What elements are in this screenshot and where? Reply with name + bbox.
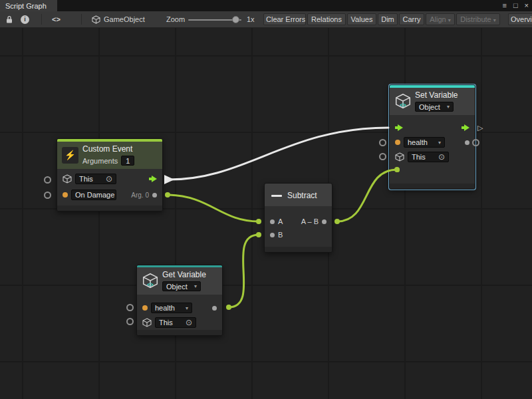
arguments-label: Arguments — [82, 157, 118, 165]
overview-button[interactable]: Overview — [508, 13, 532, 25]
wire-value-subtract-to-setvar[interactable] — [337, 170, 397, 221]
port-indicator[interactable] — [44, 192, 51, 199]
chevron-down-icon: ▾ — [448, 17, 451, 23]
port-indicator[interactable] — [379, 139, 386, 146]
arg0-out-port[interactable] — [152, 193, 157, 198]
target-picker-icon[interactable]: ⊙ — [438, 153, 445, 161]
node-title: Custom Event — [82, 144, 134, 154]
port-indicator[interactable] — [472, 139, 479, 146]
wire-flow-event-to-set[interactable] — [166, 128, 388, 180]
wire-flow-source-arrow — [164, 175, 174, 184]
node-footer — [57, 205, 162, 211]
chevron-down-icon: ▾ — [186, 305, 188, 311]
pane-menu-icon[interactable]: ≡ — [502, 2, 506, 9]
variable-icon: <> — [394, 93, 411, 110]
tab-title: Script Graph — [5, 2, 47, 10]
port-indicator[interactable] — [44, 176, 51, 184]
info-icon[interactable]: i — [21, 11, 29, 27]
graph-toolbar: i <> GameObject Zoom 1x Clear Errors Rel… — [0, 11, 532, 28]
close-icon[interactable]: × — [525, 2, 529, 9]
node-set-variable[interactable]: <> Set Variable Object ▾ health ▾ — [389, 84, 475, 190]
flow-in-port[interactable] — [395, 124, 403, 131]
name-port-icon — [142, 305, 148, 311]
lock-icon[interactable] — [5, 11, 13, 27]
node-footer — [390, 184, 475, 189]
node-title: Subtract — [287, 191, 317, 200]
dim-button[interactable]: Dim — [378, 13, 398, 25]
event-port-icon — [63, 192, 68, 198]
chevron-down-icon: ▾ — [447, 104, 450, 110]
carry-button[interactable]: Carry — [399, 13, 424, 25]
tab-bar: Script Graph ≡ □ × — [0, 0, 532, 11]
target-selector[interactable]: This ⊙ — [155, 317, 196, 328]
node-get-variable[interactable]: <> Get Variable Object ▾ health ▾ This — [136, 265, 223, 336]
flow-out-port-indicator[interactable]: ▷ — [477, 124, 483, 132]
subtract-icon — [271, 195, 282, 197]
output-port[interactable] — [322, 219, 327, 224]
input-b-label: B — [278, 231, 283, 239]
name-port-icon — [395, 140, 400, 145]
maximize-icon[interactable]: □ — [513, 2, 518, 9]
zoom-label: Zoom — [166, 11, 185, 27]
variable-scope-dropdown[interactable]: Object ▾ — [415, 102, 454, 112]
value-out-port[interactable] — [212, 306, 217, 311]
output-label: A – B — [301, 217, 319, 225]
custom-event-icon: ⚡ — [62, 147, 78, 164]
distribute-button[interactable]: Distribute ▾ — [456, 13, 500, 25]
port-indicator[interactable] — [126, 304, 134, 311]
chevron-down-icon: ▾ — [438, 140, 441, 146]
port-indicator[interactable] — [126, 318, 134, 325]
variable-name-dropdown[interactable]: health ▾ — [404, 137, 445, 148]
node-title: Get Variable — [162, 270, 206, 279]
input-a-port[interactable] — [270, 219, 275, 224]
variable-name-dropdown[interactable]: health ▾ — [151, 303, 192, 313]
event-name-field[interactable]: On Damage — [71, 190, 116, 200]
wire-value-arg0-to-a[interactable] — [168, 195, 259, 221]
zoom-value: 1x — [247, 11, 255, 27]
relations-button[interactable]: Relations — [307, 13, 346, 25]
align-button[interactable]: Align ▾ — [426, 13, 455, 25]
gameobject-label: GameObject — [104, 15, 145, 23]
variable-scope-dropdown[interactable]: Object ▾ — [162, 281, 201, 291]
chevron-down-icon: ▾ — [194, 283, 197, 289]
value-in-port[interactable] — [395, 168, 400, 172]
node-title: Set Variable — [415, 90, 458, 100]
graph-canvas[interactable]: ▷ ⚡ Custom Event Arguments 1 This ⊙ On D — [0, 28, 532, 399]
gameobject-selector[interactable]: GameObject — [92, 11, 145, 27]
flow-out-port[interactable] — [462, 124, 469, 131]
port-indicator[interactable] — [379, 153, 386, 160]
cube-icon — [63, 174, 72, 184]
target-picker-icon[interactable]: ⊙ — [186, 319, 192, 327]
cube-icon — [142, 318, 152, 327]
value-out-port[interactable] — [465, 140, 469, 145]
arg0-label: Arg. 0 — [131, 192, 149, 199]
node-subtract[interactable]: Subtract A A – B B — [264, 183, 332, 253]
toolbar-separator — [81, 14, 82, 25]
tab-script-graph[interactable]: Script Graph — [0, 0, 57, 11]
target-picker-icon[interactable]: ⊙ — [106, 175, 112, 183]
code-view-icon[interactable]: <> — [52, 11, 61, 27]
wire-value-getvar-to-b[interactable] — [229, 235, 259, 307]
flow-out-port[interactable] — [149, 176, 157, 182]
input-a-label: A — [278, 217, 283, 225]
chevron-down-icon: ▾ — [493, 17, 496, 23]
node-footer — [265, 247, 332, 252]
arguments-input[interactable]: 1 — [121, 156, 134, 166]
cube-icon — [395, 152, 404, 162]
target-selector[interactable]: This ⊙ — [75, 174, 116, 184]
zoom-slider-handle[interactable] — [232, 16, 239, 23]
node-footer — [137, 330, 222, 335]
node-custom-event[interactable]: ⚡ Custom Event Arguments 1 This ⊙ On Dam… — [57, 138, 163, 211]
values-button[interactable]: Values — [347, 13, 376, 25]
gameobject-icon — [92, 15, 100, 24]
toolbar-separator — [41, 14, 42, 25]
input-b-port[interactable] — [270, 233, 275, 237]
clear-errors-button[interactable]: Clear Errors — [263, 13, 306, 25]
window-controls: ≡ □ × — [502, 0, 529, 11]
variable-icon: <> — [142, 273, 158, 289]
target-selector[interactable]: This ⊙ — [408, 152, 449, 162]
